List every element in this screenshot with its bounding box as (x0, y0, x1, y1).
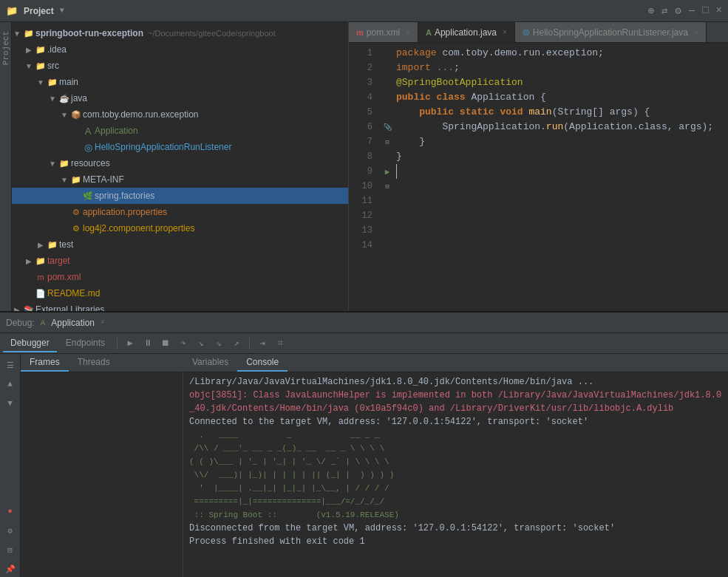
rerun-btn[interactable]: ● (2, 503, 18, 519)
frames-content (21, 372, 183, 577)
down-btn[interactable]: ▼ (2, 395, 18, 412)
tree-ext-libs[interactable]: ▶ 📚 External Libraries (12, 301, 348, 311)
tree-application[interactable]: ▶ A Application (12, 123, 348, 139)
pin-btn[interactable]: 📌 (2, 561, 18, 577)
stop-btn[interactable]: ⏹ (157, 335, 174, 352)
app-tab-close[interactable]: × (503, 28, 507, 36)
maximize-icon[interactable]: □ (702, 4, 708, 17)
file-tree: ▼ 📁 springboot-run-exception ~/Documents… (12, 22, 348, 311)
console-line: Disconnected from the target VM, address… (189, 522, 722, 535)
up-btn[interactable]: ▲ (2, 376, 18, 392)
tree-readme[interactable]: ▶ 📄 README.md (12, 285, 348, 301)
step-out-btn[interactable]: ↗ (228, 335, 245, 352)
code-content-area[interactable]: 1 2 3 4 5 6 7 8 9 10 11 12 13 14 (349, 43, 728, 311)
tab-application-java[interactable]: A Application.java × (418, 22, 515, 43)
idea-label: .idea (47, 44, 67, 55)
project-icon: 📁 (6, 5, 18, 17)
endpoints-tab[interactable]: Endpoints (58, 335, 112, 352)
code-line-13: } (396, 149, 722, 164)
tree-idea[interactable]: ▶ 📁 .idea (12, 41, 348, 58)
console-tab[interactable]: Console (237, 354, 288, 372)
code-line-7: public class Application { (396, 90, 722, 105)
debug-session-label: Application (51, 318, 95, 328)
tree-test[interactable]: ▶ 📁 test (12, 236, 348, 253)
layout-btn[interactable]: ⊟ (2, 542, 18, 558)
tree-metainf[interactable]: ▼ 📁 META-INF (12, 171, 348, 188)
console-line: :: Spring Boot :: (v1.5.19.RELEASE) (189, 508, 722, 522)
pom-tab-label: pom.xml (367, 27, 400, 38)
console-output: /Library/Java/JavaVirtualMachines/jdk1.8… (183, 372, 728, 577)
settings-debug-btn[interactable]: ⚙ (2, 522, 18, 539)
root-path: ~/Documents/giteeCode/springboot (148, 29, 276, 38)
tree-log4j2-props[interactable]: ▶ ⚙ log4j2.component.properties (12, 220, 348, 236)
java-arrow: ▼ (47, 95, 58, 103)
app-class-icon: A (81, 126, 95, 137)
transfer-icon[interactable]: ⇄ (661, 4, 667, 17)
tree-package[interactable]: ▼ 📦 com.toby.demo.run.exception (12, 106, 348, 123)
app-container: 📁 Project ▼ ⊕ ⇄ ⚙ — □ × Project ▼ 📁 spri… (0, 0, 728, 577)
tree-java[interactable]: ▼ ☕ java (12, 90, 348, 106)
tree-spring-factories[interactable]: ▶ 🌿 spring.factories (12, 188, 348, 204)
tree-src[interactable]: ▼ 📁 src (12, 58, 348, 74)
main-label: main (59, 77, 78, 87)
settings-icon[interactable]: ⚙ (675, 4, 681, 17)
pom-tab-close[interactable]: × (406, 28, 410, 36)
tree-listener[interactable]: ▶ ◎ HelloSpringApplicationRunListener (12, 139, 348, 155)
tree-root[interactable]: ▼ 📁 springboot-run-exception ~/Documents… (12, 25, 348, 41)
listener-label: HelloSpringApplicationRunListener (95, 142, 231, 152)
listener-tab-close[interactable]: × (694, 28, 698, 36)
variables-tab[interactable]: Variables (183, 354, 237, 372)
dropdown-arrow: ▼ (60, 7, 64, 15)
readme-icon: 📄 (34, 289, 47, 298)
line-numbers: 1 2 3 4 5 6 7 8 9 10 11 12 13 14 (349, 46, 378, 308)
debug-content: ☰ ▲ ▼ ● ⚙ ⊟ 📌 Frames Threads (0, 354, 728, 577)
step-over-btn[interactable]: ↷ (175, 335, 191, 352)
tab-hello-listener[interactable]: ◎ HelloSpringApplicationRunListener.java… (515, 22, 707, 43)
listener-tab-icon: ◎ (523, 27, 530, 37)
tree-resources[interactable]: ▼ 📁 resources (12, 155, 348, 171)
listener-class-icon: ◎ (81, 142, 95, 153)
pom-icon: m (34, 273, 47, 281)
fold-icon-6: 📎 (384, 123, 392, 132)
close-icon[interactable]: × (716, 4, 722, 17)
step-into-btn[interactable]: ↘ (193, 335, 209, 352)
code-text[interactable]: package com.toby.demo.run.exception; imp… (396, 46, 728, 308)
console-line: =========|_|==============|___/=/_/_/_/ (189, 495, 722, 508)
app-props-label: application.properties (83, 207, 167, 217)
run-to-cursor-btn[interactable]: ⇥ (254, 335, 271, 352)
log4j2-label: log4j2.component.properties (83, 223, 194, 233)
tree-app-props[interactable]: ▶ ⚙ application.properties (12, 204, 348, 220)
tree-main[interactable]: ▼ 📁 main (12, 74, 348, 90)
test-arrow: ▶ (35, 241, 46, 249)
editor-tabs-bar: m pom.xml × A Application.java × ◎ Hello… (349, 22, 728, 43)
restore-layout-btn[interactable]: ☰ (2, 357, 18, 373)
test-icon: 📁 (46, 240, 59, 250)
tab-pom-xml[interactable]: m pom.xml × (349, 22, 418, 43)
run-icon-9[interactable]: ▶ (385, 167, 390, 177)
root-folder-icon: 📁 (22, 29, 35, 38)
code-line-14 (396, 164, 722, 179)
frames-tab[interactable]: Frames (21, 354, 69, 372)
tree-pom[interactable]: ▶ m pom.xml (12, 269, 348, 285)
app-tab-icon: A (426, 28, 432, 37)
code-line-1: package com.toby.demo.run.exception; (396, 46, 722, 61)
threads-tab[interactable]: Threads (69, 354, 119, 372)
pause-btn[interactable]: ⏸ (140, 335, 156, 352)
sync-icon[interactable]: ⊕ (647, 4, 653, 17)
code-editor-panel: m pom.xml × A Application.java × ◎ Hello… (349, 22, 728, 311)
top-bar: 📁 Project ▼ ⊕ ⇄ ⚙ — □ × (0, 0, 728, 22)
tree-target[interactable]: ▶ 📁 target (12, 253, 348, 269)
target-label: target (47, 256, 70, 266)
minimize-icon[interactable]: — (689, 4, 695, 17)
debug-session-close[interactable]: × (101, 318, 105, 327)
extlibs-arrow: ▶ (12, 306, 22, 312)
debugger-tab[interactable]: Debugger (3, 335, 57, 352)
sidebar-project-tab[interactable]: Project (0, 28, 12, 68)
resume-btn[interactable]: ▶ (122, 335, 138, 352)
debug-panel: Debug: A Application × Debugger Endpoint… (0, 311, 728, 577)
code-line-9: public static void main(String[] args) { (396, 105, 722, 120)
force-step-into-btn[interactable]: ⇘ (211, 335, 227, 352)
gutter: 📎 ⊟ ▶ ⊟ (378, 46, 396, 308)
evaluate-btn[interactable]: ⌗ (272, 335, 288, 352)
file-tree-panel: ▼ 📁 springboot-run-exception ~/Documents… (12, 22, 349, 311)
